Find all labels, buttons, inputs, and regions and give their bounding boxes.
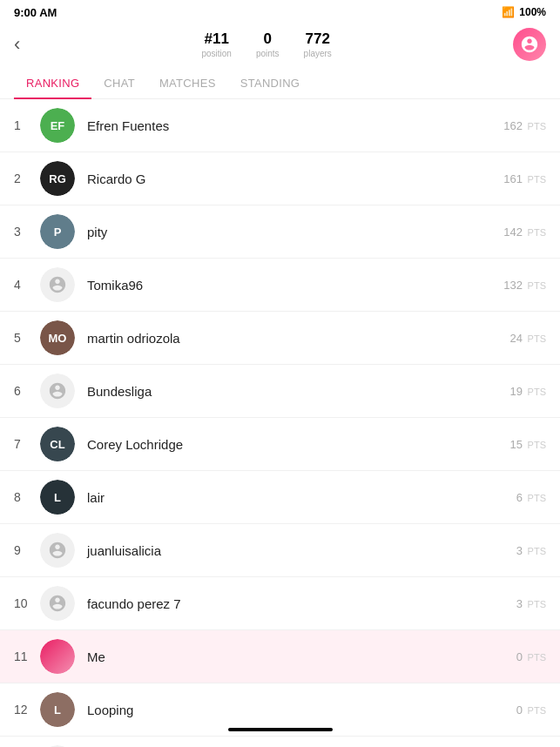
rank-number: 3 — [14, 225, 33, 239]
wifi-icon: 📶 — [502, 6, 515, 18]
tab-ranking[interactable]: RANKING — [14, 68, 91, 98]
players-stat: 772 players — [304, 30, 332, 58]
points-value: 6 PTS — [516, 491, 546, 504]
players-label: players — [304, 49, 332, 58]
username: lair — [87, 490, 516, 505]
rank-number: 11 — [14, 649, 33, 663]
rank-number: 1 — [14, 118, 33, 132]
points-stat: 0 points — [256, 30, 280, 58]
ranking-row[interactable]: 4 Tomika96132 PTS — [0, 259, 560, 312]
ranking-row[interactable]: 7CLCorey Lochridge15 PTS — [0, 418, 560, 471]
position-label: position — [201, 49, 231, 58]
rank-number: 8 — [14, 490, 33, 504]
user-avatar: L — [40, 480, 75, 515]
username: Me — [87, 649, 516, 664]
points-value: 3 PTS — [516, 544, 546, 557]
position-stat: #11 position — [201, 30, 231, 58]
tab-matches[interactable]: MATCHES — [147, 68, 228, 98]
points-value: 19 PTS — [510, 385, 546, 398]
bottom-bar — [0, 719, 560, 740]
user-avatar: MO — [40, 320, 75, 355]
points-value: 142 PTS — [503, 225, 546, 239]
points-value: 24 PTS — [510, 332, 546, 345]
user-avatar — [40, 533, 75, 568]
rank-number: 4 — [14, 278, 33, 292]
battery-icon: 100% — [519, 6, 546, 18]
status-bar: 9:00 AM 📶 100% — [0, 0, 560, 24]
username: Efren Fuentes — [87, 118, 503, 133]
ranking-row[interactable]: 8Llair6 PTS — [0, 471, 560, 524]
user-avatar: P — [40, 214, 75, 249]
username: Bundesliga — [87, 384, 510, 399]
tab-standing[interactable]: STANDING — [228, 68, 313, 98]
user-avatar — [40, 267, 75, 302]
ranking-row[interactable]: 3Ppity142 PTS — [0, 205, 560, 259]
user-avatar — [40, 586, 75, 621]
ranking-row[interactable]: 1EFEfren Fuentes162 PTS — [0, 99, 560, 152]
points-value: 161 PTS — [503, 172, 546, 185]
user-avatar: RG — [40, 161, 75, 196]
rank-number: 12 — [14, 703, 33, 717]
username: juanluisalicia — [87, 543, 516, 558]
points-value: 162 PTS — [503, 119, 546, 132]
ranking-row[interactable]: 6 Bundesliga19 PTS — [0, 365, 560, 418]
username: Corey Lochridge — [87, 437, 510, 452]
ranking-row[interactable]: 9 juanluisalicia3 PTS — [0, 524, 560, 577]
points-value: 0 PTS — [516, 703, 546, 717]
rank-number: 10 — [14, 596, 33, 610]
points-value: 15 PTS — [510, 438, 546, 451]
rank-number: 7 — [14, 437, 33, 451]
points-value: 0 PTS — [516, 650, 546, 663]
points-value: 3 PTS — [516, 597, 546, 610]
ranking-row[interactable]: 10 facundo perez 73 PTS — [0, 577, 560, 630]
tabs: RANKING CHAT MATCHES STANDING — [0, 68, 560, 99]
points-value: 0 — [256, 30, 280, 48]
ranking-row[interactable]: 2RGRicardo G161 PTS — [0, 152, 560, 205]
header: ‹ #11 position 0 points 772 players — [0, 24, 560, 68]
position-value: #11 — [201, 30, 231, 48]
home-indicator — [228, 728, 333, 731]
back-button[interactable]: ‹ — [14, 33, 20, 56]
rank-number: 9 — [14, 543, 33, 557]
header-stats: #11 position 0 points 772 players — [201, 30, 331, 58]
username: Tomika96 — [87, 278, 503, 293]
tab-chat[interactable]: CHAT — [91, 68, 147, 98]
username: pity — [87, 225, 503, 239]
user-avatar — [40, 639, 75, 674]
username: martin odriozola — [87, 331, 510, 346]
ranking-list: 1EFEfren Fuentes162 PTS2RGRicardo G161 P… — [0, 99, 560, 747]
points-value: 132 PTS — [503, 279, 546, 292]
rank-number: 5 — [14, 331, 33, 345]
rank-number: 2 — [14, 172, 33, 185]
ranking-row[interactable]: 5MOmartin odriozola24 PTS — [0, 312, 560, 365]
status-time: 9:00 AM — [14, 6, 57, 19]
user-avatar: CL — [40, 427, 75, 461]
username: Ricardo G — [87, 172, 503, 186]
username: facundo perez 7 — [87, 596, 516, 611]
players-value: 772 — [304, 30, 332, 48]
user-avatar-header[interactable] — [513, 28, 546, 61]
user-avatar: EF — [40, 108, 75, 143]
status-icons: 📶 100% — [502, 6, 546, 18]
user-avatar — [40, 374, 75, 408]
username: Looping — [87, 703, 516, 717]
rank-number: 6 — [14, 384, 33, 398]
points-label: points — [256, 49, 280, 58]
ranking-row[interactable]: 11Me0 PTS — [0, 630, 560, 683]
